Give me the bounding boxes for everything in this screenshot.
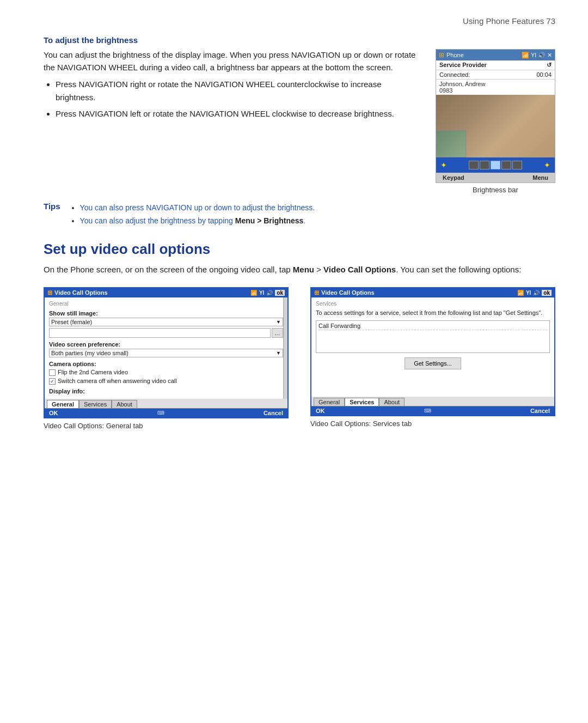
general-tab-general[interactable]: General [47, 400, 79, 408]
services-tab-services[interactable]: Services [345, 398, 379, 406]
checkbox2-label: Switch camera off when answering video c… [58, 378, 177, 384]
display-info-label: Display info: [49, 388, 283, 394]
camera-options-label: Camera options: [49, 361, 283, 367]
phone-mock-container: ⊞ Phone 📶 Yl 🔊 ✕ Service Provider ↺ Conn… [436, 49, 555, 183]
two-screenshots: ⊞ Video Call Options 📶 Yl 🔊 ok General S… [44, 287, 555, 430]
brightness-block-4 [501, 161, 511, 169]
general-keyboard-icon: ⌨ [157, 410, 164, 416]
get-settings-button[interactable]: Get Settings... [405, 357, 461, 369]
tips-label: Tips [44, 202, 60, 228]
services-tab-col: ⊞ Video Call Options 📶 Yl 🔊 ok Services … [310, 287, 555, 430]
brightness-block-2 [480, 161, 489, 169]
svc-vol-icon: 🔊 [533, 290, 540, 296]
browse-button[interactable]: ... [272, 328, 283, 338]
phone-connected-label: Connected: [439, 71, 470, 78]
phone-provider-label: Service Provider [439, 62, 487, 69]
tip-2-prefix: You can also adjust the brightness by ta… [80, 216, 306, 225]
general-win-icon: ⊞ [47, 289, 52, 296]
services-section-label: Services [316, 301, 550, 307]
video-pref-label: Video screen preference: [49, 341, 283, 348]
services-list-box[interactable]: Call Forwarding [316, 320, 550, 353]
general-bottombar: OK ⌨ Cancel [45, 409, 287, 417]
phone-provider-icon: ↺ [547, 62, 552, 69]
general-titlebar: ⊞ Video Call Options 📶 Yl 🔊 ok [45, 288, 287, 297]
tips-section: Tips You can also press NAVIGATION up or… [44, 202, 555, 228]
video-call-intro: On the Phone screen, or on the screen of… [44, 263, 555, 276]
phone-connected-time: 00:04 [536, 71, 552, 78]
show-still-arrow: ▼ [276, 319, 281, 325]
general-caption: Video Call Options: General tab [44, 422, 289, 430]
services-caption: Video Call Options: Services tab [310, 420, 555, 428]
general-title: Video Call Options [54, 289, 108, 296]
network-icon: Yl [531, 52, 536, 58]
services-tab-about[interactable]: About [379, 398, 405, 406]
services-tabs-row: General Services About [311, 397, 554, 406]
phone-titlebar: ⊞ Phone 📶 Yl 🔊 ✕ [436, 50, 555, 60]
brightness-sun-right-icon: ✦ [544, 161, 550, 169]
checkbox2-row: ✓ Switch camera off when answering video… [49, 378, 283, 385]
phone-video-area [436, 95, 555, 157]
phone-bottom-bar: Keypad Menu [436, 173, 555, 183]
phone-title: Phone [446, 52, 464, 58]
show-still-label: Show still image: [49, 310, 283, 317]
general-tab-col: ⊞ Video Call Options 📶 Yl 🔊 ok General S… [44, 287, 289, 430]
services-cancel-btn[interactable]: Cancel [530, 408, 550, 414]
services-text: To access settings for a service, select… [316, 309, 550, 317]
tips-content: You can also press NAVIGATION up or down… [71, 202, 315, 228]
volume-icon: 🔊 [538, 52, 546, 58]
services-win-icon: ⊞ [314, 289, 319, 296]
brightness-block-1 [469, 161, 479, 169]
section-title: To adjust the brightness [44, 35, 555, 45]
video-pref-arrow: ▼ [276, 350, 281, 356]
services-keyboard-icon: ⌨ [424, 408, 431, 414]
general-ok-btn[interactable]: OK [49, 410, 58, 416]
brightness-caption: Brightness bar [436, 186, 555, 194]
still-image-path[interactable] [49, 328, 271, 338]
phone-caller-name: Johnson, Andrew 0983 [436, 80, 555, 95]
general-tab-services[interactable]: Services [79, 400, 112, 408]
services-tab-general[interactable]: General [314, 398, 345, 406]
tip-1: You can also press NAVIGATION up or down… [80, 202, 315, 215]
phone-provider-row: Service Provider ↺ [436, 60, 555, 70]
caller-number: 0983 [439, 87, 552, 94]
general-tabs-row: General Services About [45, 399, 287, 409]
general-titlebar-icons: 📶 Yl 🔊 ok [250, 290, 285, 296]
checkbox1-label: Flip the 2nd Camera video [58, 369, 128, 375]
services-ok-btn[interactable]: OK [316, 408, 325, 414]
brightness-two-col: You can adjust the brightness of the dis… [44, 49, 555, 194]
tip-1-text: You can also press NAVIGATION up or down… [80, 203, 315, 212]
services-title: Video Call Options [321, 289, 375, 296]
brightness-text-col: You can adjust the brightness of the dis… [44, 49, 419, 194]
general-scrollbar[interactable] [283, 297, 287, 399]
brightness-bullet-1: Press NAVIGATION right or rotate the NAV… [56, 78, 419, 104]
service-item-1[interactable]: Call Forwarding [318, 322, 547, 330]
wm-dialog-general: ⊞ Video Call Options 📶 Yl 🔊 ok General S… [44, 287, 289, 418]
gen-net-icon: Yl [259, 290, 264, 296]
show-still-value: Preset (female) [51, 319, 92, 325]
checkbox2[interactable]: ✓ [49, 378, 56, 385]
gen-vol-icon: 🔊 [266, 290, 273, 296]
close-icon: ✕ [547, 52, 552, 58]
general-cancel-btn[interactable]: Cancel [264, 410, 283, 416]
general-body: General Show still image: Preset (female… [45, 297, 287, 399]
checkbox1[interactable] [49, 369, 56, 376]
phone-brightness-bar: ✦ ✦ [436, 157, 555, 173]
svc-net-icon: Yl [526, 290, 531, 296]
services-body: Services To access settings for a servic… [311, 297, 554, 397]
phone-video-thumb [436, 130, 466, 157]
video-pref-value: Both parties (my video small) [51, 350, 128, 356]
brightness-body: You can adjust the brightness of the dis… [44, 49, 419, 74]
brightness-sun-left-icon: ✦ [440, 161, 447, 169]
phone-menu-btn[interactable]: Menu [532, 174, 548, 181]
gen-signal-icon: 📶 [250, 290, 257, 296]
video-pref-select[interactable]: Both parties (my video small) ▼ [49, 349, 283, 357]
svc-ok-icon[interactable]: ok [542, 290, 552, 296]
video-call-heading: Set up video call options [44, 241, 555, 258]
brightness-block-5 [512, 161, 522, 169]
brightness-bullet-2: Press NAVIGATION left or rotate the NAVI… [56, 107, 419, 120]
general-tab-about[interactable]: About [112, 400, 137, 408]
phone-keypad-btn[interactable]: Keypad [443, 174, 464, 181]
services-titlebar-icons: 📶 Yl 🔊 ok [517, 290, 552, 296]
show-still-select[interactable]: Preset (female) ▼ [49, 318, 283, 326]
gen-ok-icon[interactable]: ok [275, 290, 285, 296]
